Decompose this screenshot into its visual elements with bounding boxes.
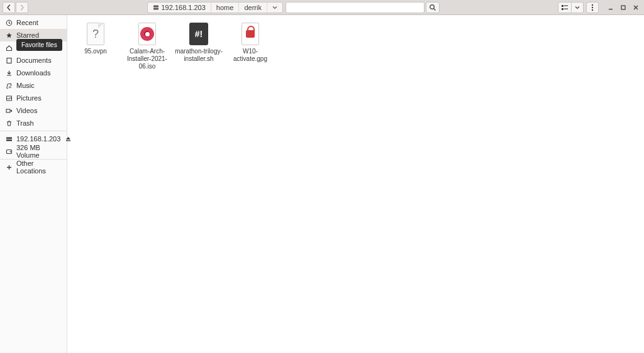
svg-rect-3 bbox=[562, 5, 564, 7]
path-input[interactable] bbox=[286, 2, 425, 13]
sidebar-item-pictures[interactable]: Pictures bbox=[0, 92, 67, 104]
close-icon bbox=[633, 4, 639, 11]
network-icon bbox=[5, 136, 13, 143]
search-icon bbox=[429, 4, 436, 11]
svg-point-9 bbox=[592, 9, 593, 10]
music-icon bbox=[5, 82, 13, 89]
file-label: marathon-trilogy-installer.sh bbox=[175, 48, 223, 63]
view-options-button[interactable] bbox=[571, 2, 584, 13]
svg-rect-11 bbox=[621, 6, 625, 9]
svg-rect-0 bbox=[153, 5, 158, 7]
sidebar-item-label: Starred bbox=[16, 31, 39, 39]
video-icon bbox=[5, 107, 13, 114]
svg-rect-18 bbox=[66, 140, 70, 141]
sidebar-separator bbox=[0, 131, 67, 131]
sidebar-item-label: 192.168.1.203 bbox=[16, 135, 60, 143]
svg-point-8 bbox=[592, 6, 593, 8]
svg-rect-6 bbox=[564, 8, 568, 9]
trash-icon bbox=[5, 120, 13, 127]
sidebar-item-trash[interactable]: Trash bbox=[0, 117, 67, 129]
crumb-server-label: 192.168.1.203 bbox=[162, 4, 206, 11]
svg-rect-13 bbox=[7, 58, 11, 63]
search-button[interactable] bbox=[426, 2, 440, 13]
picture-icon bbox=[5, 95, 13, 102]
crumb-server[interactable]: 192.168.1.203 bbox=[148, 3, 211, 13]
sidebar-item-music[interactable]: Music bbox=[0, 79, 67, 92]
sidebar-item-label: Music bbox=[16, 82, 35, 89]
svg-point-7 bbox=[592, 4, 593, 5]
main-split: Recent Starred Favorite files Documents bbox=[0, 15, 644, 353]
plus-icon bbox=[5, 164, 13, 171]
sidebar-item-label: Documents bbox=[16, 57, 52, 64]
svg-rect-10 bbox=[609, 9, 613, 9]
maximize-icon bbox=[620, 4, 626, 11]
chevron-down-icon bbox=[272, 5, 277, 10]
file-label: Calam-Arch-Installer-2021-06.iso bbox=[123, 48, 171, 70]
sidebar-item-label: 326 MB Volume bbox=[16, 144, 62, 159]
crumb-user[interactable]: derrik bbox=[239, 3, 267, 13]
hamburger-menu-button[interactable] bbox=[586, 2, 599, 13]
svg-rect-16 bbox=[6, 137, 12, 139]
file-script-icon: #! bbox=[187, 21, 210, 46]
file-item[interactable]: ? 95.ovpn bbox=[70, 20, 121, 55]
crumb-home-label: home bbox=[216, 4, 234, 11]
file-item[interactable]: W10-activate.gpg bbox=[225, 20, 276, 63]
svg-rect-15 bbox=[6, 109, 10, 112]
crumb-home[interactable]: home bbox=[211, 3, 240, 13]
sidebar-item-label: Pictures bbox=[16, 94, 42, 102]
star-icon bbox=[5, 32, 13, 39]
list-view-icon bbox=[561, 4, 569, 11]
sidebar-item-label: Downloads bbox=[16, 69, 50, 77]
server-icon bbox=[153, 4, 159, 11]
sidebar-item-starred[interactable]: Starred Favorite files bbox=[0, 29, 67, 41]
svg-rect-5 bbox=[562, 8, 564, 10]
sidebar-item-documents[interactable]: Documents bbox=[0, 54, 67, 67]
svg-point-20 bbox=[9, 151, 11, 152]
file-grid[interactable]: ? 95.ovpn Calam-Arch-Installer-2021-06.i… bbox=[67, 15, 644, 353]
sidebar-item-label: Other Locations bbox=[16, 160, 62, 175]
disk-icon bbox=[5, 148, 13, 155]
document-icon bbox=[5, 57, 13, 64]
view-toggle-button[interactable] bbox=[558, 2, 572, 13]
sidebar-item-label: Recent bbox=[16, 19, 38, 26]
clock-icon bbox=[5, 19, 13, 26]
file-label: W10-activate.gpg bbox=[226, 48, 274, 63]
eject-icon[interactable] bbox=[64, 136, 72, 142]
forward-button[interactable] bbox=[16, 2, 28, 13]
sidebar-item-downloads[interactable]: Downloads bbox=[0, 67, 67, 79]
sidebar-item-recent[interactable]: Recent bbox=[0, 16, 67, 29]
window-maximize-button[interactable] bbox=[618, 2, 629, 13]
svg-point-2 bbox=[430, 4, 434, 9]
minimize-icon bbox=[608, 4, 614, 11]
svg-rect-17 bbox=[6, 139, 12, 141]
file-unknown-icon: ? bbox=[84, 21, 107, 46]
window-minimize-button[interactable] bbox=[605, 2, 616, 13]
sidebar-item-label: Trash bbox=[16, 119, 34, 127]
file-item[interactable]: #! marathon-trilogy-installer.sh bbox=[173, 20, 225, 63]
file-encrypted-icon bbox=[239, 21, 262, 46]
arrow-left-icon bbox=[6, 4, 12, 11]
sidebar-mount-remote[interactable]: 192.168.1.203 bbox=[0, 133, 67, 145]
sidebar-item-label: Videos bbox=[16, 107, 37, 114]
sidebar-item-videos[interactable]: Videos bbox=[0, 104, 67, 117]
file-label: 95.ovpn bbox=[84, 48, 107, 55]
tooltip: Favorite files bbox=[16, 39, 62, 51]
window-close-button[interactable] bbox=[630, 2, 641, 13]
header-center: 192.168.1.203 home derrik bbox=[30, 2, 557, 13]
sidebar-other-locations[interactable]: Other Locations bbox=[0, 161, 67, 173]
svg-rect-1 bbox=[153, 8, 158, 9]
chevron-down-icon bbox=[575, 5, 580, 10]
sidebar-mount-volume[interactable]: 326 MB Volume bbox=[0, 145, 67, 158]
svg-rect-4 bbox=[564, 5, 568, 6]
file-iso-icon bbox=[136, 21, 158, 46]
file-item[interactable]: Calam-Arch-Installer-2021-06.iso bbox=[121, 20, 173, 70]
crumb-user-label: derrik bbox=[244, 4, 262, 11]
home-icon bbox=[5, 45, 13, 52]
back-button[interactable] bbox=[3, 2, 15, 13]
download-icon bbox=[5, 70, 13, 77]
kebab-icon bbox=[589, 4, 596, 11]
header-right bbox=[558, 2, 641, 13]
location-bar: 192.168.1.203 home derrik bbox=[147, 2, 283, 13]
crumb-dropdown[interactable] bbox=[267, 3, 282, 13]
sidebar: Recent Starred Favorite files Documents bbox=[0, 15, 67, 353]
